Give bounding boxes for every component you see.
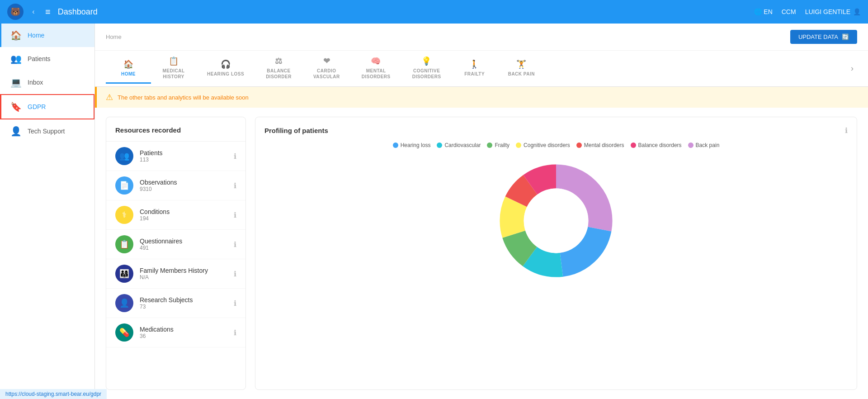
legend-label-balance: Balance disorders — [638, 142, 682, 148]
header-right: 🌐 EN CCM LUIGI GENTILE 👤 — [754, 8, 861, 15]
tabs-bar: 🏠 HOME 📋 MEDICALHISTORY 🎧 HEARING LOSS ⚖… — [95, 51, 868, 87]
tech-support-icon: 👤 — [10, 126, 21, 137]
family-history-resource-count: N/A — [140, 274, 227, 280]
sidebar-item-home[interactable]: 🏠 Home — [0, 24, 94, 47]
sidebar-item-tech-support[interactable]: 👤 Tech Support — [0, 119, 94, 143]
tab-frailty-label: FRAILTY — [464, 71, 485, 77]
dashboard-content: Resources recorded 👥 Patients 113 ℹ 📄 Ob… — [95, 108, 868, 399]
tab-cardio-label: CARDIOVASCULAR — [313, 68, 340, 80]
breadcrumb-bar: Home UPDATE DATA 🔄 — [95, 24, 868, 51]
conditions-resource-count: 194 — [140, 215, 227, 222]
research-subjects-resource-count: 73 — [140, 304, 227, 310]
menu-icon[interactable]: ≡ — [45, 7, 51, 17]
update-data-button[interactable]: UPDATE DATA 🔄 — [790, 30, 857, 44]
patients-icon: 👥 — [10, 53, 21, 64]
resource-medications: 💊 Medications 36 ℹ — [106, 318, 245, 347]
tab-balance-label: BALANCEDISORDER — [266, 68, 292, 80]
status-bar: https://cloud-staging.smart-bear.eu/gdpr — [0, 389, 107, 399]
resource-observations: 📄 Observations 9310 ℹ — [106, 171, 245, 200]
tab-hearing-icon: 🎧 — [221, 59, 231, 69]
tabs-next-chevron[interactable]: › — [847, 60, 857, 77]
tab-hearing-loss[interactable]: 🎧 HEARING LOSS — [196, 54, 255, 84]
language-selector[interactable]: 🌐 EN — [754, 8, 772, 15]
resource-patients: 👥 Patients 113 ℹ — [106, 142, 245, 171]
research-subjects-resource-icon: 👤 — [115, 294, 133, 312]
tab-back-pain[interactable]: 🏋 BACK PAIN — [497, 54, 546, 84]
family-history-resource-info: Family Members History N/A — [140, 267, 227, 280]
legend-cognitive-disorders: Cognitive disorders — [516, 142, 570, 148]
sidebar-label-tech-support: Tech Support — [28, 128, 65, 135]
sidebar-item-patients[interactable]: 👥 Patients — [0, 47, 94, 71]
sidebar-label-patients: Patients — [28, 55, 51, 62]
tab-home[interactable]: 🏠 HOME — [106, 54, 151, 84]
donut-chart — [493, 157, 619, 284]
tab-frailty[interactable]: 🚶 FRAILTY — [452, 54, 497, 84]
patients-resource-icon: 👥 — [115, 147, 133, 165]
tab-cognitive-icon: 💡 — [421, 56, 432, 66]
research-subjects-resource-info: Research Subjects 73 — [140, 296, 227, 310]
warning-icon: ⚠ — [106, 92, 113, 102]
observations-resource-icon: 📄 — [115, 176, 133, 195]
legend-label-cardiovascular: Cardiovascular — [444, 142, 481, 148]
observations-info-icon[interactable]: ℹ — [234, 181, 236, 190]
tab-cardio-icon: ❤ — [323, 56, 330, 66]
questionnaires-resource-icon: 📋 — [115, 235, 133, 253]
legend-dot-back-pain — [688, 142, 693, 148]
patients-info-icon[interactable]: ℹ — [234, 152, 236, 161]
conditions-info-icon[interactable]: ℹ — [234, 211, 236, 219]
tab-cardio-vascular[interactable]: ❤ CARDIOVASCULAR — [302, 51, 351, 86]
gdpr-icon: 🔖 — [10, 101, 21, 112]
family-history-resource-name: Family Members History — [140, 267, 227, 274]
resources-title: Resources recorded — [106, 126, 245, 142]
medications-info-icon[interactable]: ℹ — [234, 328, 236, 337]
conditions-resource-icon: ⚕ — [115, 206, 133, 224]
questionnaires-resource-count: 491 — [140, 245, 227, 251]
inbox-icon: 💻 — [10, 77, 21, 88]
tab-back-pain-icon: 🏋 — [516, 59, 527, 69]
tab-cognitive-disorders[interactable]: 💡 COGNITIVEDISORDERS — [401, 51, 452, 86]
questionnaires-resource-name: Questionnaires — [140, 238, 227, 245]
sidebar-label-gdpr: GDPR — [28, 103, 46, 110]
page-title: Dashboard — [58, 7, 755, 17]
legend-label-hearing-loss: Hearing loss — [401, 142, 431, 148]
legend-back-pain: Back pain — [688, 142, 720, 148]
observations-resource-count: 9310 — [140, 186, 227, 192]
status-url: https://cloud-staging.smart-bear.eu/gdpr — [5, 391, 101, 397]
profiling-title: Profiling of patients — [264, 127, 328, 134]
medications-resource-count: 36 — [140, 333, 227, 339]
legend-balance-disorders: Balance disorders — [631, 142, 682, 148]
top-header: 🐻 ‹ ≡ Dashboard 🌐 EN CCM LUIGI GENTILE 👤 — [0, 0, 868, 24]
user-name: LUIGI GENTILE — [805, 8, 850, 15]
medications-resource-name: Medications — [140, 326, 227, 333]
sidebar-item-gdpr[interactable]: 🔖 GDPR — [0, 94, 94, 119]
tab-mental-disorders[interactable]: 🧠 MENTALDISORDERS — [351, 51, 401, 86]
sidebar-label-home: Home — [28, 32, 44, 39]
app-logo: 🐻 — [7, 4, 24, 20]
conditions-resource-info: Conditions 194 — [140, 208, 227, 222]
legend-dot-hearing-loss — [393, 142, 398, 148]
research-subjects-info-icon[interactable]: ℹ — [234, 299, 236, 308]
warning-text: The other tabs and analytics will be ava… — [118, 94, 249, 101]
globe-icon: 🌐 — [754, 8, 762, 15]
legend-label-back-pain: Back pain — [696, 142, 720, 148]
main-layout: 🏠 Home 👥 Patients 💻 Inbox 🔖 GDPR 👤 Tech … — [0, 24, 868, 399]
sidebar-item-inbox[interactable]: 💻 Inbox — [0, 71, 94, 94]
questionnaires-info-icon[interactable]: ℹ — [234, 240, 236, 249]
research-subjects-resource-name: Research Subjects — [140, 296, 227, 304]
legend-hearing-loss: Hearing loss — [393, 142, 431, 148]
patients-resource-count: 113 — [140, 157, 227, 163]
family-history-info-icon[interactable]: ℹ — [234, 270, 236, 278]
user-profile[interactable]: LUIGI GENTILE 👤 — [805, 8, 861, 15]
tab-medical-history[interactable]: 📋 MEDICALHISTORY — [151, 51, 196, 86]
patients-resource-name: Patients — [140, 149, 227, 157]
legend-dot-cognitive — [516, 142, 521, 148]
questionnaires-resource-info: Questionnaires 491 — [140, 238, 227, 251]
language-label: EN — [764, 8, 772, 15]
tab-balance-disorder[interactable]: ⚖ BALANCEDISORDER — [255, 51, 302, 86]
legend-dot-frailty — [487, 142, 492, 148]
profiling-info-icon[interactable]: ℹ — [845, 126, 848, 135]
resources-card: Resources recorded 👥 Patients 113 ℹ 📄 Ob… — [106, 117, 246, 390]
tab-home-label: HOME — [121, 71, 136, 77]
back-button[interactable]: ‹ — [27, 5, 40, 18]
resource-family-history: 👨‍👩‍👧 Family Members History N/A ℹ — [106, 259, 245, 289]
